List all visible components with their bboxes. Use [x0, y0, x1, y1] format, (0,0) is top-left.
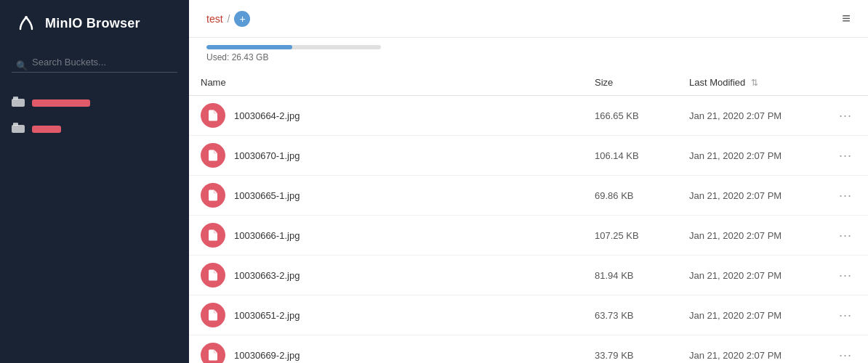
table-row: 10030663-2.jpg 81.94 KB Jan 21, 2020 2:0… — [189, 256, 868, 295]
breadcrumb: test / + — [206, 11, 250, 37]
file-actions-cell: ··· — [823, 216, 868, 256]
file-size: 33.79 KB — [595, 350, 634, 361]
file-actions-cell: ··· — [823, 96, 868, 136]
table-row: 10030666-1.jpg 107.25 KB Jan 21, 2020 2:… — [189, 216, 868, 256]
file-modified-date: Jan 21, 2020 2:07 PM — [689, 150, 781, 161]
file-name-cell: 10030663-2.jpg — [189, 256, 583, 295]
file-date-cell: Jan 21, 2020 2:07 PM — [678, 295, 823, 335]
file-modified-date: Jan 21, 2020 2:07 PM — [689, 310, 781, 321]
storage-progress-fill — [206, 45, 292, 49]
file-size-cell: 69.86 KB — [583, 176, 678, 216]
search-icon: 🔍 — [16, 60, 28, 71]
file-name[interactable]: 10030670-1.jpg — [234, 150, 300, 161]
bucket-item[interactable]: ⋮ — [0, 116, 189, 142]
file-more-button[interactable]: ··· — [835, 147, 856, 164]
file-icon — [201, 143, 225, 168]
file-name[interactable]: 10030666-1.jpg — [234, 230, 300, 241]
breadcrumb-link[interactable]: test — [206, 13, 223, 25]
file-size-cell: 63.73 KB — [583, 295, 678, 335]
svg-rect-2 — [13, 97, 18, 99]
file-size-cell: 166.65 KB — [583, 96, 678, 136]
file-icon — [201, 343, 225, 363]
file-table: Name Size Last Modified ⇅ — [189, 70, 868, 363]
file-name[interactable]: 10030664-2.jpg — [234, 110, 300, 121]
table-row: 10030670-1.jpg 106.14 KB Jan 21, 2020 2:… — [189, 136, 868, 176]
file-date-cell: Jan 21, 2020 2:07 PM — [678, 136, 823, 176]
file-actions-cell: ··· — [823, 176, 868, 216]
file-size-cell: 106.14 KB — [583, 136, 678, 176]
svg-rect-1 — [12, 99, 25, 107]
file-actions-cell: ··· — [823, 335, 868, 364]
file-icon — [201, 103, 225, 128]
search-container: 🔍 — [0, 46, 189, 84]
bucket-icon — [12, 97, 25, 110]
file-name-cell: 10030651-2.jpg — [189, 295, 583, 335]
file-actions-cell: ··· — [823, 256, 868, 295]
file-date-cell: Jan 21, 2020 2:07 PM — [678, 256, 823, 295]
file-name[interactable]: 10030663-2.jpg — [234, 270, 300, 281]
file-modified-date: Jan 21, 2020 2:07 PM — [689, 110, 781, 121]
breadcrumb-separator: / — [228, 13, 230, 25]
table-row: 10030664-2.jpg 166.65 KB Jan 21, 2020 2:… — [189, 96, 868, 136]
svg-rect-3 — [12, 125, 25, 133]
file-modified-date: Jan 21, 2020 2:07 PM — [689, 190, 781, 201]
hamburger-menu-button[interactable]: ≡ — [842, 10, 851, 37]
top-bar: test / + ≡ — [189, 0, 868, 38]
bucket-name-redacted — [32, 126, 61, 133]
file-modified-date: Jan 21, 2020 2:07 PM — [689, 350, 781, 361]
sort-icon: ⇅ — [751, 78, 758, 88]
file-more-button[interactable]: ··· — [835, 187, 856, 204]
file-name-cell: 10030664-2.jpg — [189, 96, 583, 136]
file-icon — [201, 303, 225, 327]
svg-rect-4 — [13, 123, 18, 126]
file-name-cell: 10030666-1.jpg — [189, 216, 583, 256]
sidebar: MinIO Browser 🔍 ⋮ — [0, 0, 189, 363]
search-input[interactable] — [12, 52, 177, 73]
file-name-cell: 10030670-1.jpg — [189, 136, 583, 176]
file-more-button[interactable]: ··· — [835, 227, 856, 244]
add-folder-button[interactable]: + — [234, 11, 250, 27]
file-icon — [201, 263, 225, 287]
bucket-list: ⋮ — [0, 84, 189, 363]
file-size-cell: 33.79 KB — [583, 335, 678, 364]
svg-point-0 — [25, 16, 28, 19]
table-row: 10030665-1.jpg 69.86 KB Jan 21, 2020 2:0… — [189, 176, 868, 216]
file-icon — [201, 223, 225, 248]
file-date-cell: Jan 21, 2020 2:07 PM — [678, 216, 823, 256]
file-date-cell: Jan 21, 2020 2:07 PM — [678, 335, 823, 364]
file-name[interactable]: 10030669-2.jpg — [234, 350, 300, 361]
file-more-button[interactable]: ··· — [835, 306, 856, 324]
app-title: MinIO Browser — [45, 16, 140, 31]
table-row: 10030651-2.jpg 63.73 KB Jan 21, 2020 2:0… — [189, 295, 868, 335]
file-size: 106.14 KB — [595, 150, 639, 161]
storage-used-text: Used: 26.43 GB — [206, 52, 851, 70]
file-name-cell: 10030669-2.jpg — [189, 335, 583, 364]
file-name-cell: 10030665-1.jpg — [189, 176, 583, 216]
file-size: 69.86 KB — [595, 190, 634, 201]
file-actions-cell: ··· — [823, 295, 868, 335]
file-size: 166.65 KB — [595, 110, 639, 121]
file-actions-cell: ··· — [823, 136, 868, 176]
file-name[interactable]: 10030665-1.jpg — [234, 190, 300, 201]
file-modified-date: Jan 21, 2020 2:07 PM — [689, 270, 781, 281]
table-row: 10030669-2.jpg 33.79 KB Jan 21, 2020 2:0… — [189, 335, 868, 364]
file-size: 81.94 KB — [595, 270, 634, 281]
col-header-actions — [823, 70, 868, 96]
file-size-cell: 81.94 KB — [583, 256, 678, 295]
file-icon — [201, 183, 225, 208]
file-date-cell: Jan 21, 2020 2:07 PM — [678, 96, 823, 136]
col-header-modified[interactable]: Last Modified ⇅ — [678, 70, 823, 96]
bucket-icon — [12, 123, 25, 136]
file-modified-date: Jan 21, 2020 2:07 PM — [689, 230, 781, 241]
file-more-button[interactable]: ··· — [835, 266, 856, 284]
bucket-item[interactable] — [0, 90, 189, 116]
storage-progress-bar — [206, 45, 381, 49]
bucket-name-redacted — [32, 99, 90, 107]
file-date-cell: Jan 21, 2020 2:07 PM — [678, 176, 823, 216]
file-more-button[interactable]: ··· — [835, 107, 856, 124]
storage-section: Used: 26.43 GB — [189, 38, 868, 70]
col-header-size: Size — [583, 70, 678, 96]
file-more-button[interactable]: ··· — [835, 346, 856, 364]
file-name[interactable]: 10030651-2.jpg — [234, 310, 300, 321]
sidebar-header: MinIO Browser — [0, 0, 189, 46]
